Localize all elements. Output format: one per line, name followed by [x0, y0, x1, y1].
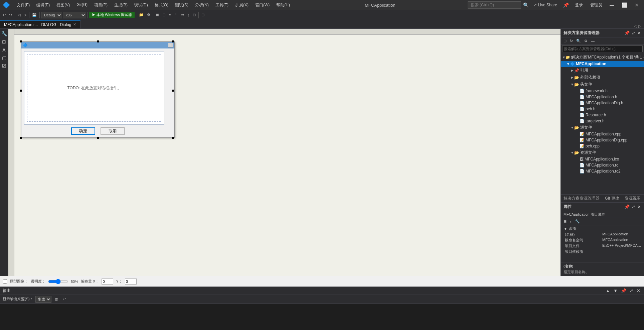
output-clear-btn[interactable]: 🗑 — [53, 297, 60, 302]
y-offset-input[interactable] — [125, 279, 137, 285]
tree-item-framework-h[interactable]: ▶ 📄 framework.h — [561, 88, 644, 94]
output-word-wrap-btn[interactable]: ↵ — [62, 297, 67, 302]
props-section-misc[interactable]: ▼ 杂项 — [561, 225, 644, 232]
tree-item-mfcappdlg-cpp[interactable]: ▶ 📝 MFCApplicationDlg.cpp — [561, 137, 644, 143]
pin-icon[interactable]: 📌 — [562, 2, 570, 8]
search-input[interactable] — [468, 1, 521, 9]
tree-item-refs[interactable]: ▶ 📌 引用 — [561, 67, 644, 74]
se-expand-icon[interactable]: ⤢ — [631, 30, 636, 36]
props-expand-icon[interactable]: ⤢ — [631, 204, 636, 210]
toolbar-redo[interactable]: ↪ — [8, 12, 13, 18]
menu-analyze[interactable]: 分析(N) — [192, 2, 211, 9]
se-search-input[interactable] — [562, 45, 643, 52]
toolbox-icon-3[interactable]: A — [0, 46, 8, 53]
toolbar-btn-2[interactable]: ⚙ — [146, 12, 152, 18]
tree-item-resources[interactable]: ▼ 📂 资源文件 — [561, 149, 644, 156]
menu-project[interactable]: 项目(P) — [92, 2, 110, 9]
menu-format[interactable]: 格式(O) — [152, 2, 171, 9]
toolbar-btn-1[interactable]: 📁 — [138, 12, 145, 18]
se-tab-git[interactable]: Git 更改 — [604, 195, 621, 202]
output-btn-down[interactable]: ▼ — [612, 288, 619, 294]
toolbar-align-4[interactable]: ⋮ — [173, 12, 179, 18]
tree-item-ico[interactable]: ▶ 🖼 MFCApplication.ico — [561, 156, 644, 162]
props-pin-icon[interactable]: 📌 — [624, 204, 630, 210]
se-btn-4[interactable]: ⚙ — [583, 38, 589, 44]
menu-extensions[interactable]: 扩展(X) — [232, 2, 251, 9]
toolbar-grid[interactable]: ⊞ — [200, 12, 206, 18]
dialog-ok-button[interactable]: 确定 — [71, 127, 95, 135]
dialog-cancel-button[interactable]: 取消 — [101, 127, 125, 135]
menu-git[interactable]: Git(G) — [74, 2, 90, 9]
toolbar-align-6[interactable]: ↕ — [186, 12, 191, 18]
toolbar-save-all[interactable]: 💾 — [31, 12, 38, 18]
menu-debug[interactable]: 调试(D) — [132, 2, 151, 9]
x-offset-input[interactable] — [102, 279, 113, 285]
tab-close-icon[interactable]: ✕ — [73, 22, 76, 27]
props-close-icon[interactable]: ✕ — [637, 204, 641, 210]
menu-view[interactable]: 视图(V) — [54, 2, 72, 9]
toolbar-back[interactable]: ◁ — [16, 12, 22, 18]
se-tab-solution[interactable]: 解决方案资源管理器 — [562, 195, 601, 202]
tree-item-mfcapp-cpp[interactable]: ▶ 📝 MFCApplication.cpp — [561, 131, 644, 137]
toolbar-align-7[interactable]: ⊡ — [191, 12, 197, 18]
run-button[interactable]: ▶ 本地 Windows 调试器 — [89, 12, 135, 18]
minimize-button[interactable]: — — [607, 2, 617, 8]
admin-label[interactable]: 管理员 — [588, 2, 605, 9]
toolbox-icon-4[interactable]: ▢ — [0, 54, 8, 62]
tree-item-mfcappdlg-h[interactable]: ▶ 📄 MFCApplicationDlg.h — [561, 100, 644, 106]
output-pin-icon[interactable]: 📌 — [620, 288, 627, 294]
tree-item-sources[interactable]: ▼ 📂 源文件 — [561, 124, 644, 131]
menu-file[interactable]: 文件(F) — [14, 2, 32, 9]
tree-item-targetver-h[interactable]: ▶ 📄 targetver.h — [561, 118, 644, 124]
menu-tools[interactable]: 工具(T) — [213, 2, 231, 9]
props-btn-sort[interactable]: ↕ — [569, 219, 573, 224]
menu-edit[interactable]: 编辑(E) — [34, 2, 52, 9]
close-button[interactable]: ✕ — [632, 2, 641, 8]
menu-build[interactable]: 生成(B) — [112, 2, 130, 9]
platform-select[interactable]: x86 — [63, 12, 86, 18]
toolbar-undo[interactable]: ↩ — [1, 12, 7, 18]
se-pin-icon[interactable]: 📌 — [624, 30, 630, 36]
toolbox-icon-2[interactable]: ⊞ — [0, 38, 8, 45]
se-close-icon[interactable]: ✕ — [637, 30, 641, 36]
tree-item-solution[interactable]: ▼ 📁 解决方案'MFCApplication'(1 个项目/共 1 个) — [561, 54, 644, 61]
menu-help[interactable]: 帮助(H) — [274, 2, 293, 9]
output-expand-icon[interactable]: ⤢ — [629, 288, 634, 294]
se-btn-2[interactable]: ↻ — [569, 38, 574, 44]
props-btn-grid[interactable]: ⊞ — [562, 219, 568, 224]
se-tab-resources[interactable]: 资源视图 — [623, 195, 642, 202]
live-share-button[interactable]: ↗ Live Share — [531, 2, 560, 8]
output-btn-up[interactable]: ▲ — [605, 288, 611, 294]
tree-item-pch-h[interactable]: ▶ 📄 pch.h — [561, 106, 644, 112]
se-btn-3[interactable]: 🔍 — [575, 38, 582, 44]
toolbox-icon-5[interactable]: ☑ — [0, 62, 8, 70]
login-label[interactable]: 登录 — [572, 2, 586, 9]
opacity-slider[interactable] — [48, 279, 68, 284]
restore-button[interactable]: ⬜ — [619, 2, 630, 8]
toolbar-align-5[interactable]: ⇔ — [180, 12, 185, 18]
props-btn-wrench[interactable]: 🔧 — [574, 219, 581, 224]
search-icon[interactable]: 🔍 — [523, 2, 529, 8]
dialog-close-icon[interactable]: ✕ — [168, 43, 173, 47]
tree-item-rc[interactable]: ▶ 📄 MFCApplication.rc — [561, 162, 644, 168]
bg-image-checkbox[interactable] — [3, 279, 7, 284]
dialog-content-area[interactable]: TODO: 在此放置对话框控件。 — [24, 51, 164, 125]
tree-item-resource-h[interactable]: ▶ 📄 Resource.h — [561, 112, 644, 118]
tree-item-extdeps[interactable]: ▶ 📂 外部依赖项 — [561, 74, 644, 81]
toolbox-icon-1[interactable]: 🔧 — [0, 30, 8, 37]
output-source-select[interactable]: 生成 — [35, 296, 51, 303]
toolbar-align-3[interactable]: ≡ — [167, 12, 172, 18]
tree-item-pch-cpp[interactable]: ▶ 📝 pch.cpp — [561, 143, 644, 149]
designer-canvas[interactable]: 🔷 ✕ TODO: 在此放置对话框控件。 — [14, 35, 560, 144]
toolbar-forward[interactable]: ▷ — [22, 12, 28, 18]
se-btn-1[interactable]: ⊞ — [562, 38, 568, 44]
menu-window[interactable]: 窗口(W) — [253, 2, 272, 9]
tab-dialog[interactable]: MFCApplication.r... _DIALOG - Dialog ✕ — [0, 20, 80, 28]
tree-item-project[interactable]: ▼ 🔷 MFCApplication — [561, 61, 644, 67]
tab-scroll-left[interactable]: ◁ — [634, 24, 637, 28]
tree-item-mfcapp-h[interactable]: ▶ 📄 MFCApplication.h — [561, 94, 644, 100]
tree-item-rc2[interactable]: ▶ 📄 MFCApplication.rc2 — [561, 168, 644, 174]
se-btn-5[interactable]: — — [590, 38, 596, 44]
menu-test[interactable]: 测试(S) — [172, 2, 191, 9]
output-close-icon[interactable]: ✕ — [636, 288, 641, 294]
